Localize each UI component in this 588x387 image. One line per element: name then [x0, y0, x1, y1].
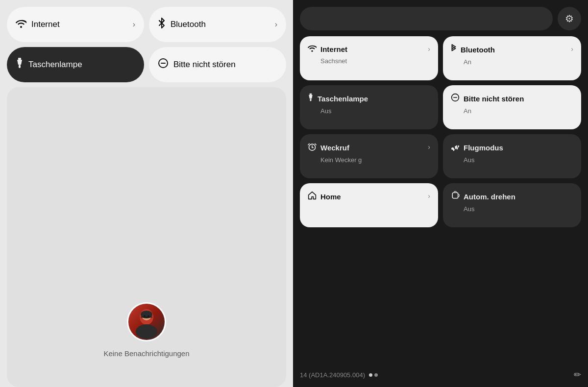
alarm-icon: [308, 142, 317, 153]
svg-rect-12: [310, 98, 312, 101]
svg-rect-18: [452, 193, 458, 198]
wifi-icon: [16, 18, 26, 31]
rotate-subtitle: Aus: [451, 205, 573, 213]
dot-2: [374, 373, 378, 377]
internet-quick-tile[interactable]: Internet › Sachsnet: [300, 36, 438, 80]
dnd-label: Bitte nicht stören: [173, 60, 277, 70]
avatar-container: [127, 302, 166, 341]
dnd-subtitle: An: [451, 107, 573, 115]
svg-rect-0: [18, 58, 21, 60]
svg-rect-1: [19, 65, 21, 68]
svg-point-10: [148, 315, 149, 317]
avatar-image: [128, 304, 165, 340]
rotate-title: Autom. drehen: [464, 193, 515, 201]
bluetooth-subtitle: An: [451, 58, 573, 66]
airplane-header: Flugmodus: [451, 142, 573, 153]
dnd-tile[interactable]: Bitte nicht stören: [149, 47, 286, 82]
build-number: 14 (AD1A.240905.004): [300, 371, 365, 379]
bottom-bar: 14 (AD1A.240905.004) ✏: [300, 369, 581, 380]
internet-quick-arrow: ›: [428, 44, 430, 53]
dnd-icon: [158, 58, 169, 72]
dnd-quick-tile[interactable]: Bitte nicht stören An: [443, 85, 581, 129]
alarm-header: Weckruf ›: [308, 142, 430, 153]
flashlight-label: Taschenlampe: [28, 60, 135, 70]
rotate-quick-tile[interactable]: Autom. drehen Aus: [443, 183, 581, 227]
internet-label: Internet: [31, 20, 133, 29]
internet-title: Internet: [320, 45, 347, 53]
alarm-quick-tile[interactable]: Weckruf › Kein Wecker g: [300, 134, 438, 178]
bluetooth-tile[interactable]: Bluetooth ›: [149, 7, 286, 42]
flashlight-tile[interactable]: Taschenlampe: [7, 47, 144, 82]
airplane-icon: [451, 142, 460, 153]
svg-rect-11: [310, 94, 312, 95]
bluetooth-title: Bluetooth: [461, 46, 495, 54]
home-header: Home ›: [308, 191, 430, 202]
dnd-icon: [451, 93, 460, 104]
bluetooth-header: Bluetooth ›: [451, 44, 573, 55]
right-panel: ⚙ Internet › Sachsnet: [293, 0, 588, 387]
bluetooth-icon: [451, 44, 457, 55]
internet-header: Internet ›: [308, 44, 430, 54]
rotate-icon: [451, 191, 460, 202]
internet-subtitle: Sachsnet: [308, 57, 430, 65]
quick-settings-grid: Internet › Sachsnet Bluetooth › An: [300, 36, 581, 227]
internet-tile[interactable]: Internet ›: [7, 7, 144, 42]
airplane-title: Flugmodus: [464, 144, 503, 152]
edit-icon: ✏: [574, 370, 581, 380]
alarm-title: Weckruf: [320, 144, 349, 152]
svg-point-9: [144, 315, 146, 317]
no-notifications-label: Keine Benachrichtigungen: [103, 349, 189, 358]
alarm-subtitle: Kein Wecker g: [308, 156, 430, 164]
bluetooth-arrow: ›: [275, 20, 277, 29]
dot-1: [369, 373, 372, 377]
flashlight-quick-tile[interactable]: Taschenlampe Aus: [300, 85, 438, 129]
bluetooth-icon: [158, 18, 166, 31]
flashlight-icon: [308, 93, 314, 104]
home-quick-arrow: ›: [428, 191, 430, 200]
gear-icon: ⚙: [565, 13, 574, 24]
rotate-header: Autom. drehen: [451, 191, 573, 202]
home-title: Home: [320, 193, 341, 201]
internet-arrow: ›: [133, 20, 135, 29]
alarm-quick-arrow: ›: [428, 142, 430, 151]
svg-rect-8: [141, 316, 152, 318]
airplane-subtitle: Aus: [451, 156, 573, 164]
page-dots: [369, 373, 378, 377]
bluetooth-label: Bluetooth: [171, 20, 275, 29]
dnd-title: Bitte nicht stören: [464, 95, 524, 103]
notification-area: Keine Benachrichtigungen: [7, 87, 286, 387]
top-tiles-row: Internet › Bluetooth ›: [7, 7, 286, 42]
flashlight-subtitle: Aus: [308, 107, 430, 115]
airplane-quick-tile[interactable]: Flugmodus Aus: [443, 134, 581, 178]
search-bar[interactable]: [300, 7, 553, 30]
edit-button[interactable]: ✏: [574, 369, 581, 380]
bluetooth-quick-tile[interactable]: Bluetooth › An: [443, 36, 581, 80]
svg-point-5: [136, 324, 157, 339]
flashlight-icon: [16, 58, 24, 72]
home-icon: [308, 191, 317, 202]
left-panel: Internet › Bluetooth › Taschen: [0, 0, 293, 387]
bluetooth-quick-arrow: ›: [571, 44, 573, 53]
settings-button[interactable]: ⚙: [558, 7, 581, 30]
build-info: 14 (AD1A.240905.004): [300, 371, 378, 379]
avatar: [127, 302, 166, 341]
wifi-icon: [308, 44, 317, 54]
home-quick-tile[interactable]: Home ›: [300, 183, 438, 227]
flashlight-header: Taschenlampe: [308, 93, 430, 104]
bottom-tiles-row: Taschenlampe Bitte nicht stören: [7, 47, 286, 82]
search-row: ⚙: [300, 7, 581, 30]
flashlight-title: Taschenlampe: [318, 95, 368, 103]
dnd-header: Bitte nicht stören: [451, 93, 573, 104]
